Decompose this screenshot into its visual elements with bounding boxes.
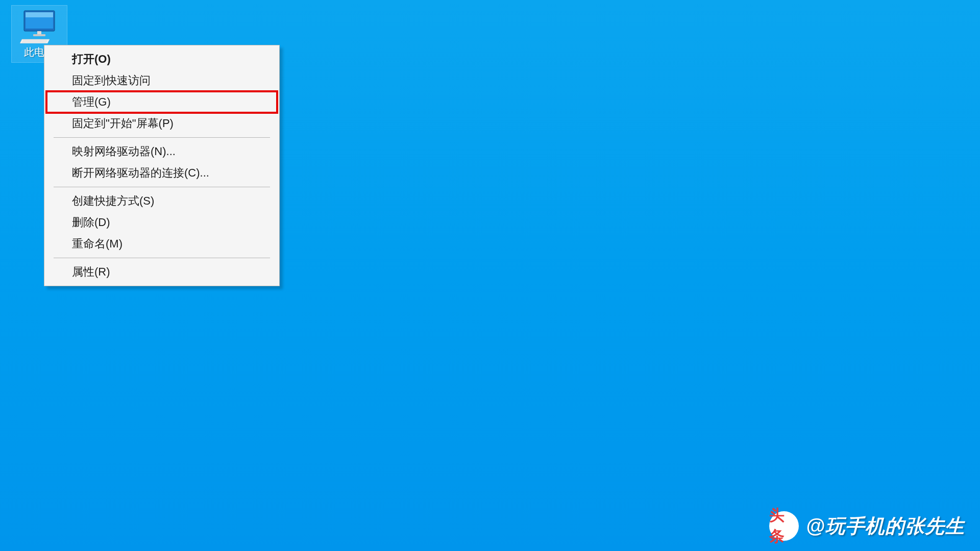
menu-item-properties[interactable]: 属性(R) bbox=[46, 261, 277, 283]
menu-item-disconnect-network-drive[interactable]: 断开网络驱动器的连接(C)... bbox=[46, 162, 277, 184]
watermark: 头条 @玩手机的张先生 bbox=[769, 511, 965, 541]
menu-item-label: 管理(G) bbox=[72, 94, 111, 110]
menu-item-open[interactable]: 打开(O) bbox=[46, 48, 277, 70]
menu-item-label: 删除(D) bbox=[72, 215, 110, 230]
menu-item-label: 固定到"开始"屏幕(P) bbox=[72, 116, 174, 131]
svg-rect-4 bbox=[33, 34, 45, 36]
menu-separator bbox=[54, 187, 270, 187]
this-pc-context-menu: 打开(O) 固定到快速访问 管理(G) 固定到"开始"屏幕(P) 映射网络驱动器… bbox=[44, 45, 280, 286]
menu-item-label: 固定到快速访问 bbox=[72, 73, 151, 88]
menu-item-pin-start[interactable]: 固定到"开始"屏幕(P) bbox=[46, 113, 277, 134]
menu-item-label: 映射网络驱动器(N)... bbox=[72, 144, 176, 159]
svg-rect-2 bbox=[26, 12, 53, 17]
menu-item-label: 断开网络驱动器的连接(C)... bbox=[72, 165, 209, 181]
svg-rect-3 bbox=[37, 31, 41, 34]
menu-item-delete[interactable]: 删除(D) bbox=[46, 212, 277, 233]
menu-item-label: 创建快捷方式(S) bbox=[72, 193, 154, 209]
toutiao-logo-icon: 头条 bbox=[769, 511, 799, 541]
menu-separator bbox=[54, 137, 270, 138]
menu-item-rename[interactable]: 重命名(M) bbox=[46, 233, 277, 255]
menu-separator bbox=[54, 258, 270, 258]
menu-item-label: 重命名(M) bbox=[72, 236, 122, 252]
watermark-logo-text: 头条 bbox=[769, 505, 799, 547]
menu-item-label: 打开(O) bbox=[72, 52, 111, 67]
menu-item-manage[interactable]: 管理(G) bbox=[46, 91, 277, 113]
watermark-author: @玩手机的张先生 bbox=[806, 513, 965, 539]
menu-item-label: 属性(R) bbox=[72, 264, 110, 280]
computer-icon bbox=[20, 9, 59, 43]
menu-item-create-shortcut[interactable]: 创建快捷方式(S) bbox=[46, 190, 277, 212]
menu-item-pin-quick-access[interactable]: 固定到快速访问 bbox=[46, 70, 277, 91]
menu-item-map-network-drive[interactable]: 映射网络驱动器(N)... bbox=[46, 141, 277, 162]
